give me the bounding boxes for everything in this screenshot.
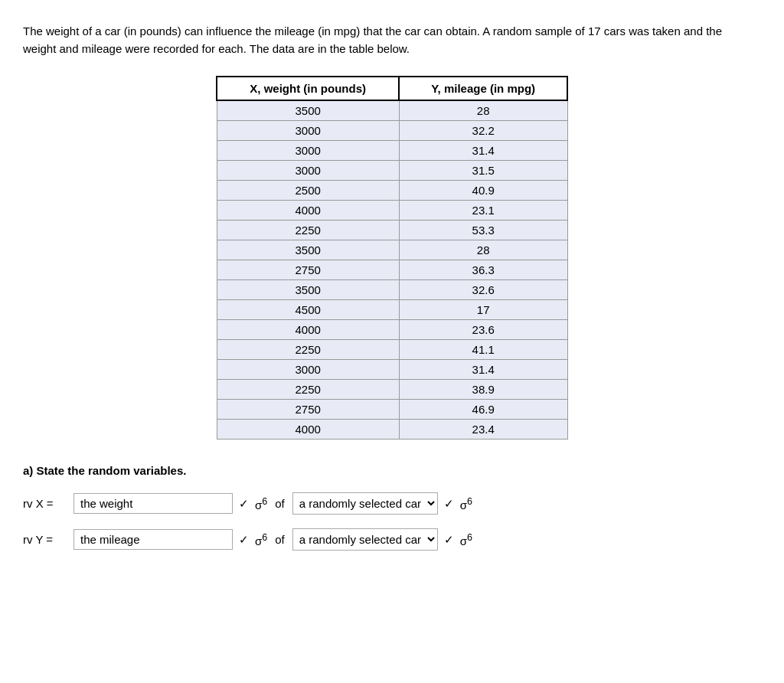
cell-y: 23.6 bbox=[399, 320, 567, 340]
cell-x: 2750 bbox=[217, 400, 399, 420]
rv-y-input[interactable] bbox=[74, 529, 233, 550]
rv-x-label: rv X = bbox=[23, 497, 69, 510]
data-table: X, weight (in pounds) Y, mileage (in mpg… bbox=[216, 76, 568, 440]
cell-y: 46.9 bbox=[399, 400, 567, 420]
table-row: 225038.9 bbox=[217, 380, 567, 400]
col1-header: X, weight (in pounds) bbox=[217, 77, 399, 100]
table-row: 350028 bbox=[217, 100, 567, 121]
cell-y: 31.5 bbox=[399, 161, 567, 181]
table-row: 225041.1 bbox=[217, 340, 567, 360]
table-row: 400023.1 bbox=[217, 201, 567, 221]
cell-y: 36.3 bbox=[399, 260, 567, 280]
cell-x: 3500 bbox=[217, 100, 399, 121]
cell-y: 23.1 bbox=[399, 201, 567, 221]
cell-y: 28 bbox=[399, 240, 567, 260]
rv-y-select-sigma-icon: σ6 bbox=[460, 532, 472, 547]
cell-x: 4000 bbox=[217, 320, 399, 340]
cell-x: 3000 bbox=[217, 360, 399, 380]
cell-y: 17 bbox=[399, 300, 567, 320]
intro-text: The weight of a car (in pounds) can infl… bbox=[23, 23, 758, 57]
rv-y-select[interactable]: a randomly selected car bbox=[292, 528, 438, 551]
table-row: 300031.5 bbox=[217, 161, 567, 181]
data-table-container: X, weight (in pounds) Y, mileage (in mpg… bbox=[23, 76, 761, 440]
col2-header: Y, mileage (in mpg) bbox=[399, 77, 567, 100]
cell-y: 31.4 bbox=[399, 360, 567, 380]
cell-y: 32.2 bbox=[399, 121, 567, 141]
cell-x: 3500 bbox=[217, 280, 399, 300]
cell-y: 23.4 bbox=[399, 420, 567, 440]
cell-y: 41.1 bbox=[399, 340, 567, 360]
cell-x: 2250 bbox=[217, 340, 399, 360]
table-row: 300032.2 bbox=[217, 121, 567, 141]
rv-x-input[interactable] bbox=[74, 493, 233, 514]
rv-y-sigma-icon: σ6 bbox=[255, 532, 267, 547]
cell-x: 3500 bbox=[217, 240, 399, 260]
rv-y-select-check: ✓ bbox=[444, 533, 454, 547]
rv-y-label: rv Y = bbox=[23, 533, 69, 546]
cell-x: 3000 bbox=[217, 161, 399, 181]
table-row: 450017 bbox=[217, 300, 567, 320]
cell-x: 4000 bbox=[217, 420, 399, 440]
table-row: 400023.6 bbox=[217, 320, 567, 340]
rv-y-row: rv Y = ✓ σ6 of a randomly selected car ✓… bbox=[23, 528, 761, 551]
cell-y: 40.9 bbox=[399, 181, 567, 201]
rv-x-dropdown-arrow[interactable]: ✓ bbox=[239, 497, 249, 511]
cell-y: 38.9 bbox=[399, 380, 567, 400]
cell-y: 32.6 bbox=[399, 280, 567, 300]
table-row: 225053.3 bbox=[217, 221, 567, 240]
cell-x: 2250 bbox=[217, 380, 399, 400]
cell-y: 31.4 bbox=[399, 141, 567, 161]
cell-x: 2750 bbox=[217, 260, 399, 280]
cell-x: 4000 bbox=[217, 201, 399, 221]
cell-x: 4500 bbox=[217, 300, 399, 320]
table-row: 400023.4 bbox=[217, 420, 567, 440]
section-a-label: a) State the random variables. bbox=[23, 464, 761, 477]
rv-x-of-text: of bbox=[275, 497, 285, 510]
table-row: 350032.6 bbox=[217, 280, 567, 300]
cell-x: 2500 bbox=[217, 181, 399, 201]
table-row: 275036.3 bbox=[217, 260, 567, 280]
table-row: 350028 bbox=[217, 240, 567, 260]
cell-y: 53.3 bbox=[399, 221, 567, 240]
rv-x-sigma-icon: σ6 bbox=[255, 496, 267, 511]
table-row: 300031.4 bbox=[217, 360, 567, 380]
table-row: 275046.9 bbox=[217, 400, 567, 420]
rv-y-of-text: of bbox=[275, 533, 285, 546]
cell-x: 3000 bbox=[217, 121, 399, 141]
cell-y: 28 bbox=[399, 100, 567, 121]
rv-x-select[interactable]: a randomly selected car bbox=[292, 492, 438, 515]
rv-x-row: rv X = ✓ σ6 of a randomly selected car ✓… bbox=[23, 492, 761, 515]
rv-x-select-check: ✓ bbox=[444, 497, 454, 511]
rv-x-select-sigma-icon: σ6 bbox=[460, 496, 472, 511]
cell-x: 2250 bbox=[217, 221, 399, 240]
table-row: 300031.4 bbox=[217, 141, 567, 161]
cell-x: 3000 bbox=[217, 141, 399, 161]
rv-y-dropdown-arrow[interactable]: ✓ bbox=[239, 533, 249, 547]
table-row: 250040.9 bbox=[217, 181, 567, 201]
